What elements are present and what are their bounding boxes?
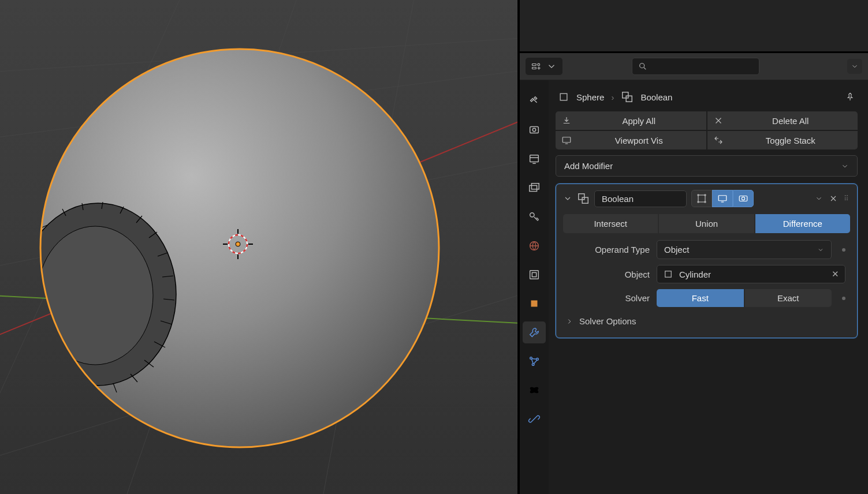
svg-rect-72: [627, 96, 632, 102]
tab-collection[interactable]: [523, 264, 546, 286]
top-editor-region: [520, 0, 868, 53]
svg-line-16: [23, 248, 36, 257]
tab-constraints[interactable]: [523, 408, 546, 430]
chevron-right-icon: [565, 317, 573, 325]
properties-search[interactable]: [632, 58, 759, 75]
svg-rect-71: [623, 92, 628, 98]
display-realtime-toggle[interactable]: [712, 190, 733, 207]
svg-point-69: [529, 386, 539, 395]
options-button[interactable]: [847, 59, 862, 74]
svg-rect-76: [698, 195, 705, 202]
operation-intersect[interactable]: Intersect: [563, 214, 658, 233]
svg-line-23: [74, 383, 76, 394]
modifier-properties-panel: Sphere › Boolean Apply All Delete All Vi…: [549, 80, 868, 494]
svg-rect-58: [531, 184, 539, 189]
breadcrumb-separator: ›: [611, 92, 614, 102]
modifier-boolean: Boolean ⠿ Intersect Union Diff: [556, 184, 858, 338]
properties-search-input[interactable]: [652, 62, 753, 71]
add-modifier-dropdown[interactable]: Add Modifier: [556, 155, 858, 177]
delete-all-button[interactable]: Delete All: [707, 111, 858, 130]
svg-point-49: [538, 63, 540, 66]
download-icon: [561, 115, 572, 126]
svg-point-42: [236, 242, 240, 246]
svg-rect-81: [718, 196, 727, 201]
svg-rect-70: [560, 93, 567, 100]
tab-modifiers[interactable]: [523, 321, 546, 343]
svg-line-53: [644, 68, 646, 69]
svg-point-65: [537, 358, 539, 361]
svg-point-59: [530, 213, 534, 217]
viewport-3d[interactable]: [0, 0, 517, 494]
svg-rect-48: [532, 68, 537, 69]
tab-viewlayer[interactable]: [523, 177, 546, 199]
tab-world[interactable]: [523, 235, 546, 257]
clear-object-button[interactable]: ✕: [832, 269, 839, 279]
tab-object[interactable]: [523, 293, 546, 315]
monitor-icon: [561, 135, 572, 145]
object-label: Object: [563, 270, 650, 279]
anim-dot[interactable]: [842, 297, 845, 300]
object-picker[interactable]: Cylinder ✕: [657, 265, 845, 283]
modifier-icon-crumb: [621, 91, 634, 103]
tab-output[interactable]: [523, 148, 546, 170]
svg-point-64: [530, 357, 532, 360]
tab-scene[interactable]: [523, 206, 546, 228]
toggle-stack-button[interactable]: Toggle Stack: [707, 131, 858, 149]
object-icon: [558, 91, 569, 103]
apply-all-label: Apply All: [578, 116, 701, 126]
chevron-down-icon: [817, 246, 824, 253]
svg-rect-54: [530, 127, 539, 133]
collapse-toggle[interactable]: [563, 194, 572, 203]
x-icon: [713, 115, 724, 126]
tab-render[interactable]: [523, 119, 546, 141]
tab-particles[interactable]: [523, 350, 546, 372]
svg-line-18: [20, 294, 30, 305]
operand-type-dropdown[interactable]: Object: [657, 240, 832, 259]
breadcrumb: Sphere › Boolean: [556, 87, 858, 111]
operation-union[interactable]: Union: [659, 214, 754, 233]
solver-fast[interactable]: Fast: [657, 289, 744, 307]
svg-rect-74: [579, 194, 584, 200]
modifier-name-input[interactable]: Boolean: [594, 190, 687, 207]
viewport-vis-button[interactable]: Viewport Vis: [556, 131, 706, 149]
svg-rect-63: [531, 301, 538, 307]
properties-tab-column: [520, 80, 549, 494]
svg-rect-47: [532, 64, 537, 66]
add-modifier-label: Add Modifier: [564, 161, 841, 171]
svg-line-17: [20, 271, 31, 282]
anim-dot[interactable]: [842, 248, 845, 252]
modifier-menu-button[interactable]: [815, 194, 823, 203]
svg-point-14: [38, 226, 153, 365]
svg-rect-57: [530, 185, 537, 191]
toggle-stack-label: Toggle Stack: [729, 136, 852, 145]
display-filter-button[interactable]: [526, 58, 562, 75]
display-editmode-toggle[interactable]: [691, 190, 712, 207]
solver-options-subpanel[interactable]: Solver Options: [563, 313, 850, 330]
svg-line-21: [40, 359, 47, 369]
display-render-toggle[interactable]: [733, 190, 754, 207]
delete-all-label: Delete All: [729, 116, 852, 126]
drag-handle[interactable]: ⠿: [844, 194, 850, 203]
svg-rect-56: [530, 155, 539, 162]
tab-physics[interactable]: [523, 379, 546, 401]
pin-icon[interactable]: [845, 92, 855, 102]
remove-modifier-button[interactable]: [829, 194, 838, 203]
svg-point-83: [742, 197, 744, 200]
svg-rect-84: [665, 271, 672, 278]
search-icon: [638, 62, 647, 71]
boolean-icon: [577, 192, 590, 205]
breadcrumb-object[interactable]: Sphere: [576, 92, 604, 102]
breadcrumb-modifier[interactable]: Boolean: [640, 92, 672, 102]
svg-point-52: [640, 63, 645, 68]
expand-icon: [713, 135, 724, 145]
svg-line-20: [30, 339, 38, 350]
mesh-icon: [663, 269, 673, 279]
solver-exact[interactable]: Exact: [745, 289, 832, 307]
solver-label: Solver: [563, 293, 650, 303]
operand-type-label: Operand Type: [563, 245, 650, 255]
operation-segmented: Intersect Union Difference: [563, 214, 850, 233]
operation-difference[interactable]: Difference: [755, 214, 850, 233]
chevron-down-icon: [841, 162, 849, 170]
tab-tool[interactable]: [523, 91, 546, 113]
apply-all-button[interactable]: Apply All: [556, 111, 706, 130]
